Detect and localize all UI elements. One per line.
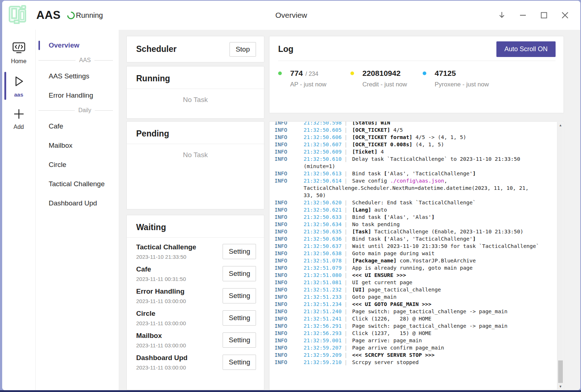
stat-body: 774/ 234AP - just now xyxy=(290,69,326,88)
stat-body: 47125Pyroxene - just now xyxy=(435,69,489,88)
log-segment: Page arrive confirm page_main xyxy=(352,345,444,351)
log-level: INFO xyxy=(275,286,304,293)
nav-group-label: Daily xyxy=(78,107,92,114)
log-message: [Ticket] 4 xyxy=(352,148,553,155)
log-separator: | xyxy=(344,126,348,134)
nav-item-mailbox[interactable]: Mailbox xyxy=(36,138,119,153)
minimize-icon[interactable] xyxy=(515,7,531,23)
auto-scroll-button[interactable]: Auto Scroll ON xyxy=(496,41,556,57)
stat-value-row: 774/ 234 xyxy=(290,69,326,78)
log-line: INFO21:32:51.240|Page switch: page_tacti… xyxy=(275,308,553,315)
log-message: Wait until 2023-11-10 21:33:50 for task … xyxy=(352,242,553,250)
titlebar: AAS Running Overview xyxy=(2,1,580,30)
log-separator: | xyxy=(344,141,348,148)
log-console: INFO21:32:50.598|[Status] WININFO21:32:5… xyxy=(269,121,564,390)
log-timestamp: 21:32:50.636 xyxy=(304,235,344,242)
log-separator: | xyxy=(344,301,348,308)
scroll-up-icon[interactable]: ▲ xyxy=(557,122,564,128)
stat-label: Credit - just now xyxy=(362,81,407,88)
log-level: INFO xyxy=(275,315,304,322)
setting-button[interactable]: Setting xyxy=(223,266,256,281)
log-message: 33, 50) xyxy=(304,192,553,199)
pending-card: Pending No Task xyxy=(126,121,264,209)
rail-item-label: aas xyxy=(14,91,23,98)
log-timestamp: 21:32:51.081 xyxy=(304,279,344,286)
log-separator: | xyxy=(344,148,348,155)
stat-total: / 234 xyxy=(305,71,318,77)
stop-button[interactable]: Stop xyxy=(229,42,256,57)
nav-item-error-handling[interactable]: Error Handling xyxy=(36,88,119,103)
nav-item-aas-settings[interactable]: AAS Settings xyxy=(36,69,119,84)
log-separator: | xyxy=(344,293,348,301)
scroll-down-icon[interactable]: ▼ xyxy=(557,383,564,389)
running-title: Running xyxy=(127,74,264,83)
log-column: Log Auto Scroll ON 774/ 234AP - just now… xyxy=(269,36,564,390)
close-icon[interactable] xyxy=(557,7,573,23)
log-line: INFO21:32:59.001|Page arrive: page_main xyxy=(275,337,553,344)
rail-item-aas[interactable]: aas xyxy=(2,71,35,101)
nav-item-tactical-challenge[interactable]: Tactical Challenge xyxy=(36,176,119,192)
log-scrollbar[interactable]: ▲ ▼ xyxy=(557,122,563,389)
nav-item-dashboard-upd[interactable]: Dashboard Upd xyxy=(36,196,119,211)
log-timestamp: 21:32:51.240 xyxy=(304,308,344,315)
log-message: Bind task ['Alas', 'TacticalChallenge'] xyxy=(352,170,553,177)
setting-button[interactable]: Setting xyxy=(223,288,256,303)
scheduler-card: Scheduler Stop xyxy=(126,36,264,62)
setting-button[interactable]: Setting xyxy=(223,332,256,348)
waiting-task-row: Cafe2023-11-11 00:31:50Setting xyxy=(127,265,264,282)
log-separator: | xyxy=(344,228,348,235)
log-level: INFO xyxy=(275,148,304,155)
log-level: INFO xyxy=(275,344,304,351)
rail-item-label: Home xyxy=(11,58,27,65)
log-segment: , xyxy=(444,178,447,184)
waiting-task-name: Cafe xyxy=(136,265,186,273)
log-separator: | xyxy=(344,221,348,228)
nav-item-circle[interactable]: Circle xyxy=(36,157,119,172)
log-card: Log Auto Scroll ON 774/ 234AP - just now… xyxy=(269,36,564,113)
log-timestamp: 21:32:50.609 xyxy=(304,148,344,155)
waiting-title: Waiting xyxy=(127,222,264,232)
nav-item-overview[interactable]: Overview xyxy=(36,38,119,53)
log-message: Page arrive: page_main xyxy=(352,337,553,344)
log-line: INFO21:32:51.241|Click (1226, 28) @ HOME xyxy=(275,315,553,322)
maximize-icon[interactable] xyxy=(536,7,552,23)
log-segment: [ xyxy=(384,236,387,242)
log-level: INFO xyxy=(275,235,304,242)
log-message: <<< UI GOTO PAGE_MAIN >>> xyxy=(352,301,553,308)
log-message: No task pending xyxy=(352,221,553,228)
rail-item-add[interactable]: Add xyxy=(2,104,35,133)
log-segment: TacticalChallenge (Enable, 2023-11-10 21… xyxy=(371,229,523,234)
log-segment: Wait until 2023-11-10 21:33:50 for task … xyxy=(352,243,539,249)
log-level: INFO xyxy=(275,141,304,148)
setting-button[interactable]: Setting xyxy=(223,244,256,259)
log-timestamp: 21:32:50.614 xyxy=(304,177,344,184)
stat-label: AP - just now xyxy=(290,81,326,88)
log-segment: [OCR_TICKET] xyxy=(352,127,390,133)
setting-button[interactable]: Setting xyxy=(223,310,256,326)
waiting-task-info: Circle2023-11-11 03:00:00 xyxy=(136,310,186,326)
dashboard-stats: 774/ 234AP - just now220810942Credit - j… xyxy=(278,69,556,88)
log-message: [UI] page_tactical_challenge xyxy=(352,286,553,293)
waiting-task-info: Error Handling2023-11-11 03:00:00 xyxy=(136,287,186,304)
log-level: INFO xyxy=(275,351,304,359)
log-segment: page_tactical_challenge xyxy=(365,287,441,293)
scrollbar-thumb[interactable] xyxy=(558,360,563,383)
waiting-task-row: Dashboard Upd2023-11-11 03:00:00Setting xyxy=(127,354,264,371)
log-separator: | xyxy=(344,199,348,206)
log-separator: | xyxy=(344,279,348,286)
log-line: TacticalChallenge.Scheduler.NextRun=date… xyxy=(275,184,553,192)
page-title: Overview xyxy=(275,11,307,20)
nav-item-cafe[interactable]: Cafe xyxy=(36,119,119,134)
setting-button[interactable]: Setting xyxy=(223,355,256,370)
log-separator: | xyxy=(344,122,348,126)
rail-item-home[interactable]: Home xyxy=(2,38,35,68)
log-line: INFO21:32:51.078|[Package_name] com.Yost… xyxy=(275,257,553,264)
log-timestamp: 21:32:51.241 xyxy=(304,315,344,322)
waiting-task-next-run: 2023-11-10 21:33:50 xyxy=(136,254,196,260)
log-separator: | xyxy=(344,213,348,221)
log-segment: Page arrive: page_main xyxy=(352,338,422,343)
log-level: INFO xyxy=(275,221,304,228)
update-download-icon[interactable] xyxy=(494,7,510,23)
scheduler-title: Scheduler xyxy=(136,44,176,54)
log-message: [OCR_TICKET] 4/5 xyxy=(352,126,553,134)
